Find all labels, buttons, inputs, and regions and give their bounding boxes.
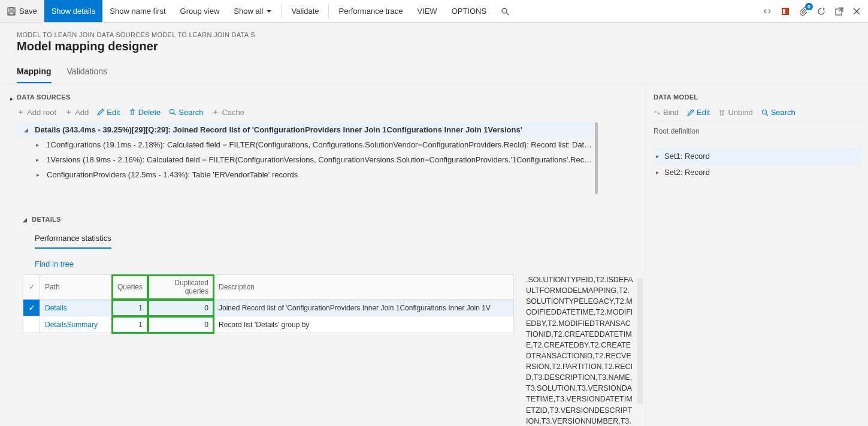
cell-dup: 0 (148, 300, 214, 316)
expand-icon[interactable] (656, 153, 664, 159)
tree-node-1versions[interactable]: 1Versions (18.9ms - 2.16%): Calculated f… (29, 152, 598, 167)
group-view-button[interactable]: Group view (173, 0, 227, 22)
link-icon[interactable] (763, 7, 772, 16)
add-button[interactable]: ＋Add (65, 107, 89, 117)
validate-button[interactable]: Validate (284, 0, 326, 22)
search-ds-button[interactable]: Search (169, 107, 203, 117)
show-all-dropdown[interactable]: Show all (226, 0, 279, 22)
group-view-label: Group view (180, 7, 220, 16)
attach-icon[interactable]: 0 (799, 7, 808, 16)
close-icon[interactable] (852, 7, 861, 16)
delete-button[interactable]: Delete (129, 107, 161, 117)
toolbar-right: 0 (763, 0, 868, 22)
table-row[interactable]: ✓ Details 1 0 Joined Record list of 'Con… (23, 300, 514, 316)
row-checkbox[interactable]: ✓ (23, 300, 40, 316)
edit-button[interactable]: Edit (97, 107, 120, 117)
data-sources-label: DATA SOURCES (17, 90, 646, 104)
refresh-icon[interactable] (816, 7, 826, 16)
data-sources-toolbar: ＋Add root ＋Add Edit Delete Search (17, 104, 646, 122)
options-menu[interactable]: OPTIONS (444, 0, 494, 22)
find-in-tree-link[interactable]: Find in tree (35, 259, 74, 268)
search-button[interactable] (494, 0, 516, 22)
tree-node-1configurations[interactable]: 1Configurations (19.1ms - 2.18%): Calcul… (29, 137, 598, 152)
perf-stats-tab[interactable]: Performance statistics (35, 230, 111, 249)
tree-scrollbar[interactable] (595, 122, 598, 194)
save-button[interactable]: Save (0, 0, 44, 22)
table-row[interactable]: DetailsSummary 1 0 Record list 'Details'… (23, 316, 514, 333)
cell-dup: 0 (148, 316, 214, 333)
add-root-button[interactable]: ＋Add root (17, 107, 56, 117)
col-queries[interactable]: Queries (112, 275, 148, 300)
data-model-label: DATA MODEL (654, 90, 861, 104)
path-link[interactable]: DetailsSummary (45, 321, 98, 329)
check-icon: ✓ (29, 304, 35, 312)
attach-badge: 0 (805, 3, 813, 10)
col-duplicated[interactable]: Duplicated queries (148, 275, 214, 300)
trash-icon (129, 108, 136, 116)
tree-node-label: ConfigurationProviders (12.5ms - 1.43%):… (47, 170, 298, 179)
expand-icon[interactable] (34, 156, 41, 163)
dm-node-set1[interactable]: Set1: Record (654, 148, 861, 164)
search-icon (761, 109, 769, 116)
row-checkbox[interactable] (23, 316, 40, 333)
sql-scrollbar-track[interactable] (637, 278, 643, 404)
toolbar-left: Save Show details Show name first Group … (0, 0, 516, 22)
svg-line-11 (174, 113, 176, 115)
breadcrumb: MODEL TO LEARN JOIN DATA SOURCES MODEL T… (17, 31, 851, 38)
sql-pane: .SOLUTIONTYPEID,T2.ISDEFAULTFORMODELMAPP… (514, 274, 646, 426)
check-icon: ✓ (29, 283, 35, 291)
plus-icon: ＋ (65, 107, 72, 117)
dm-node-set2[interactable]: Set2: Record (654, 164, 861, 180)
expand-icon[interactable] (656, 169, 664, 176)
options-label: OPTIONS (452, 7, 487, 16)
cell-desc: Record list 'Details' group by (214, 316, 514, 333)
col-description[interactable]: Description (214, 275, 514, 300)
svg-point-3 (502, 8, 507, 13)
tree-node-details[interactable]: Details (343.4ms - 39.25%)[29][Q:29]: Jo… (17, 122, 598, 137)
cell-path: DetailsSummary (40, 316, 112, 333)
trash-icon (718, 109, 725, 116)
show-details-label: Show details (52, 7, 96, 16)
chevron-right-icon (10, 93, 13, 102)
tree-node-configurationproviders[interactable]: ConfigurationProviders (12.5ms - 1.43%):… (29, 167, 598, 182)
dm-node-label: Set2: Record (664, 168, 710, 177)
search-dm-button[interactable]: Search (761, 108, 796, 117)
collapse-toggle[interactable] (6, 90, 17, 182)
tree-node-label: Details (343.4ms - 39.25%)[29][Q:29]: Jo… (35, 125, 522, 134)
dm-node-label: Set1: Record (664, 152, 710, 161)
svg-point-12 (762, 110, 766, 114)
col-path[interactable]: Path (40, 275, 112, 300)
unbind-button[interactable]: Unbind (718, 108, 752, 117)
validate-label: Validate (291, 7, 319, 16)
svg-line-13 (766, 114, 768, 116)
cache-button[interactable]: ＋Cache (211, 107, 244, 117)
details-header[interactable]: DETAILS (23, 212, 646, 226)
col-select[interactable]: ✓ (23, 275, 40, 300)
svg-point-10 (170, 110, 174, 114)
performance-trace-label: Performance trace (338, 7, 403, 16)
pencil-icon (687, 109, 694, 116)
performance-trace-button[interactable]: Performance trace (331, 0, 410, 22)
tab-validations[interactable]: Validations (67, 63, 107, 83)
main-content: DATA SOURCES ＋Add root ＋Add Edit Delete (0, 84, 868, 426)
tab-mapping[interactable]: Mapping (17, 63, 52, 83)
save-label: Save (19, 7, 37, 16)
popout-icon[interactable] (834, 7, 844, 16)
data-sources-section: DATA SOURCES ＋Add root ＋Add Edit Delete (6, 90, 646, 182)
show-name-first-button[interactable]: Show name first (102, 0, 173, 22)
root-definition-label: Root definition (654, 121, 861, 141)
search-icon (169, 108, 176, 116)
path-link[interactable]: Details (45, 304, 67, 312)
expand-icon[interactable] (34, 141, 41, 148)
view-menu[interactable]: VIEW (410, 0, 444, 22)
office-icon[interactable] (781, 7, 790, 16)
toolbar-separator (281, 4, 282, 19)
bind-button[interactable]: Bind (654, 108, 679, 117)
edit-dm-button[interactable]: Edit (687, 108, 710, 117)
svg-rect-2 (9, 12, 14, 15)
expand-icon[interactable] (22, 126, 30, 133)
cell-queries: 1 (112, 316, 148, 333)
show-details-button[interactable]: Show details (44, 0, 103, 22)
data-model-tree: Set1: Record Set2: Record (654, 147, 861, 180)
expand-icon[interactable] (34, 171, 42, 178)
